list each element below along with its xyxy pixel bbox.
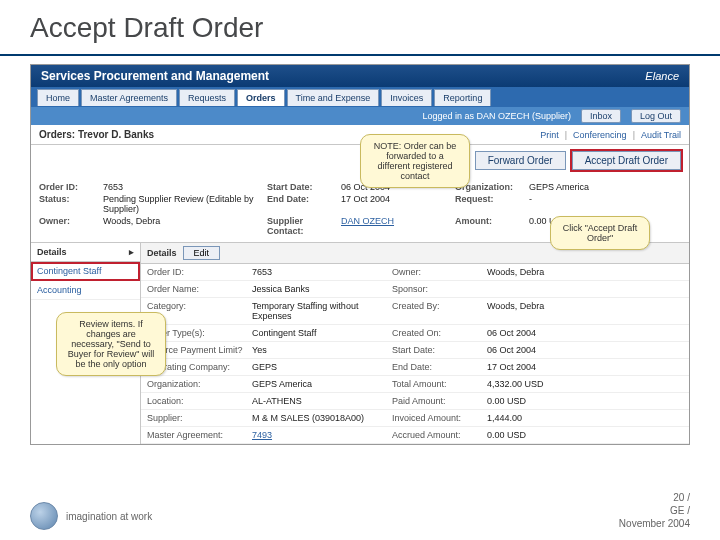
chevron-right-icon: ▸ [129,247,134,257]
detail-row: Organization:GEPS AmericaTotal Amount:4,… [141,376,689,393]
detail-row: Order ID:7653Owner:Woods, Debra [141,264,689,281]
detail-key: Supplier: [147,413,252,423]
detail-row: Enforce Payment Limit?YesStart Date:06 O… [141,342,689,359]
detail-row: Order Name:Jessica BanksSponsor: [141,281,689,298]
tab-requests[interactable]: Requests [179,89,235,106]
meta-value: 7653 [103,182,263,192]
sidebar-item-contingent-staff[interactable]: Contingent Staff [31,262,140,281]
conferencing-link[interactable]: Conferencing [573,130,627,140]
detail-key: Invoiced Amount: [392,413,487,423]
detail-key: Accrued Amount: [392,430,487,440]
detail-value: Contingent Staff [252,328,392,338]
meta-value: GEPS America [529,182,629,192]
detail-key: Sponsor: [392,284,487,294]
detail-key: Start Date: [392,345,487,355]
accept-draft-order-button[interactable]: Accept Draft Order [572,151,681,170]
ge-logo-icon [30,502,58,530]
app-brand: Services Procurement and Management [41,69,269,83]
detail-row: Location:AL-ATHENSPaid Amount:0.00 USD [141,393,689,410]
meta-label: Supplier Contact: [267,216,337,236]
tab-home[interactable]: Home [37,89,79,106]
logged-in-label: Logged in as DAN OZECH (Supplier) [422,111,571,121]
app-header: Services Procurement and Management Elan… [31,65,689,87]
breadcrumb: Orders: Trevor D. Banks [39,129,154,140]
logout-button[interactable]: Log Out [631,109,681,123]
detail-value: Woods, Debra [487,301,587,321]
divider [0,54,720,56]
detail-key: Paid Amount: [392,396,487,406]
slide-footer: imagination at work 20 / GE / November 2… [30,491,690,530]
slide-title: Accept Draft Order [0,0,720,48]
detail-key: Master Agreement: [147,430,252,440]
forward-order-button[interactable]: Forward Order [475,151,566,170]
footer-right: 20 / GE / November 2004 [619,491,690,530]
callout-accept-note: Click "Accept Draft Order" [550,216,650,250]
vendor-label: Elance [645,70,679,82]
detail-value: 1,444.00 [487,413,587,423]
detail-value: Temporary Staffing without Expenses [252,301,392,321]
app-window: Services Procurement and Management Elan… [30,64,690,445]
meta-label: Request: [455,194,525,214]
detail-key: Location: [147,396,252,406]
edit-button[interactable]: Edit [183,246,221,260]
detail-value: M & M SALES (039018A00) [252,413,392,423]
meta-label: Status: [39,194,99,214]
detail-value: 7493 [252,430,392,440]
detail-value: 4,332.00 USD [487,379,587,389]
audit-trail-link[interactable]: Audit Trail [641,130,681,140]
detail-row: Supplier:M & M SALES (039018A00)Invoiced… [141,410,689,427]
meta-value: 17 Oct 2004 [341,194,451,214]
detail-key: Order Name: [147,284,252,294]
tab-invoices[interactable]: Invoices [381,89,432,106]
detail-key: Created By: [392,301,487,321]
meta-value: - [529,194,629,214]
tab-master-agreements[interactable]: Master Agreements [81,89,177,106]
detail-key: Order ID: [147,267,252,277]
meta-label: Owner: [39,216,99,236]
meta-value: Pending Supplier Review (Editable by Sup… [103,194,263,214]
callout-review-note: Review items. If changes are necessary, … [56,312,166,376]
detail-value: GEPS America [252,379,392,389]
meta-label: Amount: [455,216,525,236]
detail-key: Organization: [147,379,252,389]
detail-row: Operating Company:GEPSEnd Date:17 Oct 20… [141,359,689,376]
callout-forward-note: NOTE: Order can be forwarded to a differ… [360,134,470,188]
meta-label: Start Date: [267,182,337,192]
sidebar-item-accounting[interactable]: Accounting [31,281,140,300]
detail-value: 17 Oct 2004 [487,362,587,372]
right-links: Print| Conferencing| Audit Trail [540,130,681,140]
detail-value: Jessica Banks [252,284,392,294]
ge-logo-block: imagination at work [30,502,152,530]
sidebar-header: Details ▸ [31,243,140,262]
detail-key: Owner: [392,267,487,277]
page-number: 20 / [619,491,690,504]
detail-row: Category:Temporary Staffing without Expe… [141,298,689,325]
detail-value: 7653 [252,267,392,277]
detail-key: Total Amount: [392,379,487,389]
ge-tagline: imagination at work [66,511,152,522]
footer-company: GE / [619,504,690,517]
detail-row: Master Agreement:7493Accrued Amount:0.00… [141,427,689,444]
detail-value: Woods, Debra [487,267,587,277]
tab-time-expense[interactable]: Time and Expense [287,89,380,106]
inbox-button[interactable]: Inbox [581,109,621,123]
detail-value: Yes [252,345,392,355]
supplier-contact-link[interactable]: DAN OZECH [341,216,451,236]
details-header-label: Details [147,248,177,258]
detail-value: 06 Oct 2004 [487,328,587,338]
detail-value: 06 Oct 2004 [487,345,587,355]
meta-label: End Date: [267,194,337,214]
tab-reporting[interactable]: Reporting [434,89,491,106]
tab-bar: Home Master Agreements Requests Orders T… [31,87,689,107]
detail-key: Created On: [392,328,487,338]
detail-key: End Date: [392,362,487,372]
meta-value: Woods, Debra [103,216,263,236]
detail-value [487,284,587,294]
print-link[interactable]: Print [540,130,559,140]
footer-date: November 2004 [619,517,690,530]
details-panel: Details Edit Order ID:7653Owner:Woods, D… [141,243,689,444]
sidebar-header-label: Details [37,247,67,257]
tab-orders[interactable]: Orders [237,89,285,106]
detail-value: 0.00 USD [487,396,587,406]
meta-label: Order ID: [39,182,99,192]
